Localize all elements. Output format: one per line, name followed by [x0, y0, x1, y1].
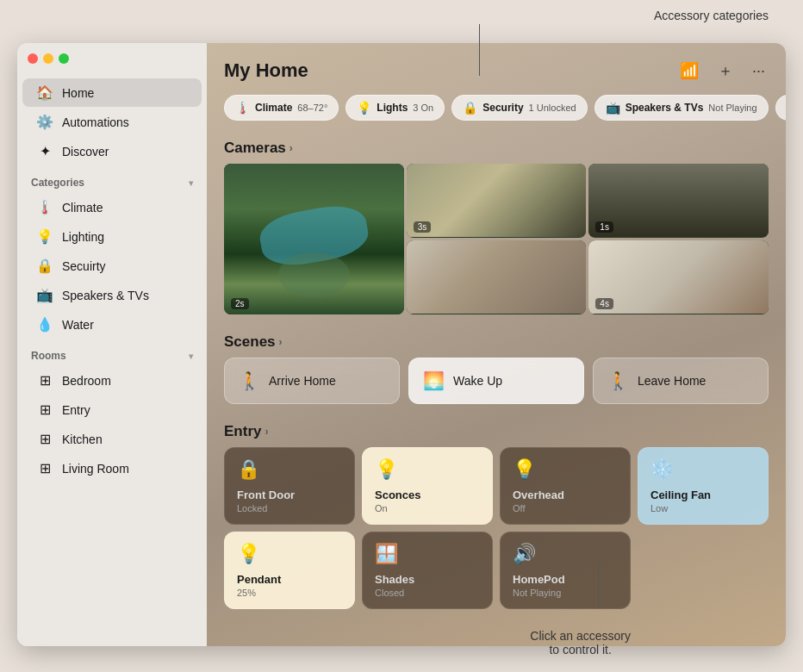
pill-security-label: Security	[482, 102, 523, 114]
annotation-bottom-line2: to control it.	[549, 643, 611, 656]
pill-water[interactable]: 💧 Water Off	[775, 95, 786, 121]
camera-1-timer: 2s	[231, 298, 249, 309]
accessory-sconces[interactable]: 💡 Sconces On	[362, 447, 493, 525]
automations-icon: ⚙️	[36, 114, 53, 130]
homepod-status: Not Playing	[513, 588, 618, 598]
overhead-icon: 💡	[513, 458, 618, 481]
pill-lights-status: 3 On	[413, 103, 433, 113]
cameras-section-header[interactable]: Cameras ›	[207, 133, 786, 164]
accessory-front-door[interactable]: 🔒 Front Door Locked	[224, 447, 355, 525]
camera-5-timer: 4s	[595, 298, 613, 309]
home-icon: 🏠	[36, 84, 53, 101]
fullscreen-button[interactable]	[59, 53, 69, 64]
entry-icon: ⊞	[36, 401, 53, 418]
sidebar-item-automations[interactable]: ⚙️ Automations	[22, 108, 202, 136]
categories-header[interactable]: Categories ▾	[17, 166, 207, 192]
pill-lights[interactable]: 💡 Lights 3 On	[345, 95, 445, 121]
sidebar-lighting-label: Lighting	[62, 230, 104, 244]
pill-security-status: 1 Unlocked	[529, 103, 576, 113]
accessory-shades[interactable]: 🪟 Shades Closed	[362, 532, 493, 609]
discover-icon: ✦	[36, 143, 53, 159]
page-title: My Home	[224, 59, 308, 82]
pill-security-icon: 🔒	[463, 101, 477, 115]
camera-2-timer: 3s	[414, 221, 432, 233]
leave-home-label: Leave Home	[638, 374, 706, 388]
pill-speakers[interactable]: 📺 Speakers & TVs Not Playing	[594, 95, 769, 121]
sidebar-item-bedroom[interactable]: ⊞ Bedroom	[22, 366, 202, 395]
accessory-ceiling-fan[interactable]: ❄️ Ceiling Fan Low	[638, 447, 769, 525]
sidebar-item-security[interactable]: 🔒 Secuirty	[22, 252, 202, 280]
sidebar-bedroom-label: Bedroom	[62, 374, 111, 388]
homepod-name: HomePod	[513, 573, 618, 586]
more-button[interactable]: ···	[749, 59, 769, 84]
scenes-label: Scenes	[224, 333, 276, 351]
ceiling-fan-name: Ceiling Fan	[650, 488, 756, 501]
scene-leave-home[interactable]: 🚶 Leave Home	[593, 358, 769, 404]
sidebar-home-label: Home	[62, 86, 94, 100]
waveform-button[interactable]: 📶	[676, 58, 702, 84]
rooms-header[interactable]: Rooms ▾	[17, 339, 207, 365]
accessory-overhead[interactable]: 💡 Overhead Off	[500, 447, 631, 525]
sidebar-item-lighting[interactable]: 💡 Lighting	[22, 222, 202, 251]
sconces-status: On	[375, 503, 480, 513]
cam3-thumb	[588, 164, 769, 237]
scene-wake-up[interactable]: 🌅 Wake Up	[408, 358, 584, 404]
categories-chevron: ▾	[189, 178, 193, 188]
sidebar-item-entry[interactable]: ⊞ Entry	[22, 395, 202, 424]
sidebar-item-kitchen[interactable]: ⊞ Kitchen	[22, 425, 202, 453]
add-button[interactable]: ＋	[714, 57, 737, 84]
pill-security[interactable]: 🔒 Security 1 Unlocked	[451, 95, 587, 121]
sidebar-discover-label: Discover	[62, 145, 109, 159]
sidebar-automations-label: Automations	[62, 115, 129, 129]
accessory-homepod[interactable]: 🔊 HomePod Not Playing	[500, 532, 631, 609]
camera-5[interactable]: 4s	[588, 240, 769, 314]
camera-1[interactable]: 2s	[224, 164, 404, 314]
minimize-button[interactable]	[43, 53, 53, 64]
arrive-home-icon: 🚶	[239, 370, 260, 391]
sidebar-item-home[interactable]: 🏠 Home	[22, 78, 202, 107]
cameras-grid: 2s 3s 1s 4s	[207, 164, 786, 327]
ceiling-fan-icon: ❄️	[650, 458, 756, 481]
camera-3-timer: 1s	[595, 221, 613, 233]
pill-speakers-icon: 📺	[606, 101, 620, 115]
sidebar-item-living-room[interactable]: ⊞ Living Room	[22, 454, 202, 482]
header: My Home 📶 ＋ ···	[207, 43, 786, 95]
shades-status: Closed	[375, 588, 480, 598]
camera-3[interactable]: 1s	[588, 164, 769, 238]
close-button[interactable]	[28, 53, 38, 64]
sidebar-item-climate[interactable]: 🌡️ Climate	[22, 193, 202, 221]
accessories-grid: 🔒 Front Door Locked 💡 Sconces On 💡 Overh…	[207, 447, 786, 621]
lighting-icon: 💡	[36, 228, 53, 245]
sidebar-item-water[interactable]: 💧 Water	[22, 310, 202, 339]
entry-section-header[interactable]: Entry ›	[207, 416, 786, 447]
sidebar-item-discover[interactable]: ✦ Discover	[22, 137, 202, 165]
pill-lights-icon: 💡	[357, 101, 371, 115]
pill-climate[interactable]: 🌡️ Climate 68–72°	[224, 95, 339, 121]
accessory-pendant[interactable]: 💡 Pendant 25%	[224, 532, 355, 609]
annotation-line-top	[479, 24, 480, 76]
annotation-top: Accessory categories	[654, 9, 769, 22]
pendant-status: 25%	[237, 588, 342, 598]
main-window: 🏠 Home ⚙️ Automations ✦ Discover Categor…	[17, 43, 786, 646]
category-pills: 🌡️ Climate 68–72° 💡 Lights 3 On 🔒 Securi…	[207, 95, 786, 133]
pendant-icon: 💡	[237, 543, 342, 565]
cameras-chevron: ›	[289, 142, 293, 154]
scene-arrive-home[interactable]: 🚶 Arrive Home	[224, 358, 400, 404]
sidebar-kitchen-label: Kitchen	[62, 432, 103, 446]
sidebar-climate-label: Climate	[62, 201, 103, 215]
scenes-section-header[interactable]: Scenes ›	[207, 327, 786, 358]
pool-shape	[256, 200, 371, 271]
sconces-icon: 💡	[375, 458, 480, 481]
cam4-thumb	[407, 240, 587, 314]
scenes-grid: 🚶 Arrive Home 🌅 Wake Up 🚶 Leave Home	[207, 358, 786, 416]
arrive-home-label: Arrive Home	[269, 374, 336, 388]
homepod-icon: 🔊	[513, 543, 618, 565]
pill-speakers-status: Not Playing	[708, 103, 756, 113]
sidebar-item-speakers-tvs[interactable]: 📺 Speakers & TVs	[22, 281, 202, 309]
overhead-name: Overhead	[513, 488, 618, 501]
kitchen-icon: ⊞	[36, 431, 53, 447]
camera-4[interactable]	[407, 240, 587, 314]
ceiling-fan-status: Low	[650, 503, 756, 513]
main-content: My Home 📶 ＋ ··· 🌡️ Climate 68–72° 💡 Ligh…	[207, 43, 786, 646]
camera-2[interactable]: 3s	[407, 164, 587, 238]
